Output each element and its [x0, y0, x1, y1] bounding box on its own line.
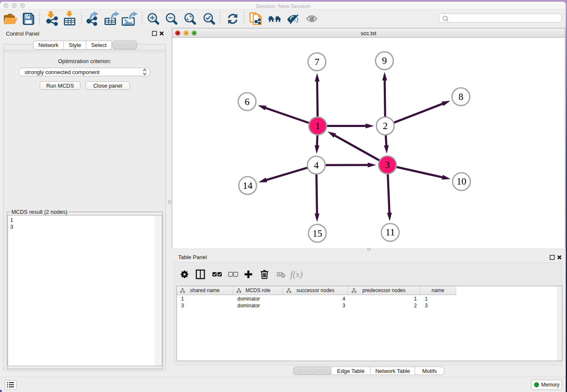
- svg-text:1: 1: [315, 121, 320, 131]
- svg-text:6: 6: [245, 97, 250, 107]
- svg-text:3: 3: [385, 160, 390, 170]
- svg-text:7: 7: [314, 57, 319, 67]
- svg-text:f(x): f(x): [290, 269, 303, 279]
- svg-text:2: 2: [383, 121, 388, 131]
- svg-text:11: 11: [385, 227, 395, 237]
- svg-text:15: 15: [312, 228, 322, 239]
- svg-text:4: 4: [314, 160, 319, 171]
- svg-text:14: 14: [243, 180, 253, 191]
- svg-text:10: 10: [457, 176, 466, 187]
- svg-text:9: 9: [382, 55, 387, 66]
- svg-text:8: 8: [458, 91, 463, 102]
